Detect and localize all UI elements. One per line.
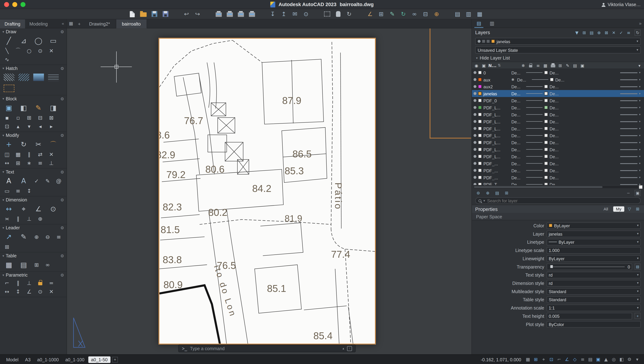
move-icon[interactable]: + xyxy=(2,139,16,150)
file-tabs-menu-icon[interactable]: ▦ xyxy=(67,19,75,28)
hide-layer-list-toggle[interactable]: ▾ Hide Layer List xyxy=(472,54,644,62)
section-gear-icon[interactable]: ⚙ xyxy=(60,66,64,71)
layer-plotstyle-chip[interactable] xyxy=(544,176,548,179)
layer-lineweight-sample[interactable] xyxy=(620,79,637,80)
chevron-down-icon[interactable]: ▾ xyxy=(639,120,642,123)
layer-plotstyle-chip[interactable] xyxy=(544,120,548,123)
multileader-icon[interactable]: ↗ xyxy=(2,231,16,242)
minimize-window-button[interactable] xyxy=(12,2,17,7)
layer-status-icon[interactable] xyxy=(474,162,476,165)
layer-plotstyle-chip[interactable] xyxy=(544,99,548,103)
layer-states-icon[interactable]: ▤ xyxy=(588,29,594,36)
layer-plotstyle-chip[interactable] xyxy=(544,141,548,144)
layer-lineweight-sample[interactable] xyxy=(620,72,637,73)
layer-linetype-sample[interactable] xyxy=(526,128,542,129)
construction-line-icon[interactable]: ╲ xyxy=(2,46,12,55)
field-icon[interactable]: ⊟ xyxy=(421,10,430,18)
workspace-gear-icon[interactable]: ⚙ xyxy=(626,356,633,363)
layer-row[interactable]: PDF_L... De... De... ▾ xyxy=(472,132,644,139)
layer-row[interactable]: PDF_L... De... De... ▾ xyxy=(472,104,644,111)
layer-row[interactable]: 0 De... De... ▾ xyxy=(472,69,644,76)
property-value-field[interactable]: 1.000 ▾ xyxy=(546,247,640,254)
property-extra-icon[interactable]: + xyxy=(634,313,640,319)
transparency-slider[interactable] xyxy=(550,266,625,267)
section-gear-icon[interactable]: ⚙ xyxy=(60,133,64,137)
saveas-icon[interactable] xyxy=(161,10,170,18)
layer-status-icon[interactable] xyxy=(474,85,476,88)
chevron-down-icon[interactable]: ▾ xyxy=(639,92,642,95)
selection-window-icon[interactable] xyxy=(323,10,331,18)
chevron-down-icon[interactable]: ▾ xyxy=(639,169,642,172)
ortho-icon[interactable]: ⌐ xyxy=(556,356,563,363)
attach-icon[interactable]: ▪ xyxy=(2,114,12,122)
layer-lineweight-sample[interactable] xyxy=(620,86,637,87)
chevron-down-icon[interactable]: ▾ xyxy=(639,155,642,158)
angular-dimension-icon[interactable]: ∠ xyxy=(32,203,45,214)
chevron-down-icon[interactable]: ▾ xyxy=(639,106,642,109)
layer-color-chip[interactable] xyxy=(478,78,482,82)
layer-status-icon[interactable] xyxy=(474,134,476,137)
arc-icon[interactable]: ⌒ xyxy=(13,46,23,55)
ellipse-icon[interactable]: ○ xyxy=(24,46,34,55)
layer-color-chip[interactable] xyxy=(478,169,482,172)
write-block-icon[interactable]: ◨ xyxy=(46,102,60,113)
single-line-text-icon[interactable]: A xyxy=(17,176,30,186)
layer-lineweight-sample[interactable] xyxy=(620,142,637,143)
layer-lineweight-sample[interactable] xyxy=(620,128,637,129)
section-gear-icon[interactable]: ⚙ xyxy=(60,170,64,174)
property-value-field[interactable]: ByLayer ▾ xyxy=(546,222,640,229)
close-window-button[interactable] xyxy=(4,2,9,7)
unisolate-layer-icon[interactable]: ⊕ xyxy=(484,190,491,196)
chevron-down-icon[interactable]: ▾ xyxy=(637,281,638,285)
filter-all-button[interactable]: All xyxy=(601,206,611,212)
import-icon[interactable]: ↥ xyxy=(280,10,288,18)
line-icon[interactable]: ╱ xyxy=(2,36,16,46)
layer-status-icon[interactable] xyxy=(474,78,476,81)
lineweight-display-icon[interactable]: ≡ xyxy=(579,356,586,363)
infer-constraints-icon[interactable]: ⌖ xyxy=(540,356,547,363)
plot-icon[interactable] xyxy=(214,10,223,18)
chevron-down-icon[interactable]: ▾ xyxy=(637,256,638,260)
plot-preview-icon[interactable] xyxy=(226,10,234,18)
mirror-icon[interactable]: ◫ xyxy=(2,150,12,158)
horizontal-constraint-icon[interactable]: ↔ xyxy=(2,287,12,296)
chevron-down-icon[interactable]: ▾ xyxy=(639,78,642,81)
collapse-panel-icon[interactable]: – xyxy=(627,190,630,195)
layer-lineweight-sample[interactable] xyxy=(620,163,637,164)
orbit-icon[interactable]: ↻ xyxy=(345,10,353,18)
layer-state-dropdown[interactable]: Unsaved Layer State ▾ xyxy=(475,46,641,54)
freeze-column-icon[interactable]: ❄ xyxy=(520,63,526,68)
layer-color-chip[interactable] xyxy=(478,106,482,109)
spline-icon[interactable]: ∿ xyxy=(2,55,12,63)
section-header-modify[interactable]: ▾ Modify ⚙ xyxy=(0,132,66,139)
section-gear-icon[interactable]: ⚙ xyxy=(60,225,64,230)
undo-icon[interactable]: ↩ xyxy=(182,10,191,18)
export-icon[interactable]: ↧ xyxy=(269,10,277,18)
hscroll-thumb[interactable] xyxy=(474,186,602,188)
properties-palette-tab[interactable]: ▥ xyxy=(488,19,496,28)
continue-dimension-icon[interactable]: ∥ xyxy=(13,215,23,223)
layer-linetype-sample[interactable] xyxy=(526,86,542,87)
hatch-solid-icon[interactable] xyxy=(32,72,45,83)
layer-status-icon[interactable] xyxy=(474,141,476,144)
isolate-layer-icon[interactable]: ⊜ xyxy=(475,190,482,196)
snap-icon[interactable]: ⊞ xyxy=(532,356,539,363)
open-icon[interactable] xyxy=(139,10,148,18)
table-icon[interactable]: ▦ xyxy=(2,259,16,270)
share-view-icon[interactable]: ⊙ xyxy=(302,10,310,18)
layer-linetype-sample[interactable] xyxy=(526,184,542,185)
layer-walk-icon[interactable]: ▤ xyxy=(494,190,500,196)
dynamic-input-icon[interactable]: ⊡ xyxy=(548,356,555,363)
donut-icon[interactable]: ⊙ xyxy=(36,46,45,55)
layer-lineweight-sample[interactable] xyxy=(620,149,637,150)
layer-plotstyle-chip[interactable] xyxy=(544,106,548,109)
layer-linetype-sample[interactable] xyxy=(526,121,542,122)
explode-icon[interactable]: ∗ xyxy=(24,159,34,167)
chevron-down-icon[interactable]: ▾ xyxy=(639,113,642,116)
layer-row[interactable]: PDF_L... De... De... ▾ xyxy=(472,125,644,132)
file-tab-drawing2[interactable]: Drawing2* xyxy=(84,19,116,28)
property-extra-icon[interactable]: ▤ xyxy=(634,263,640,270)
layout-tab-a0-1-1000[interactable]: a0_1-1000 xyxy=(34,356,62,363)
chevron-down-icon[interactable]: ▾ xyxy=(639,85,642,88)
layer-row[interactable]: PDF_0 De... De... ▾ xyxy=(472,97,644,104)
